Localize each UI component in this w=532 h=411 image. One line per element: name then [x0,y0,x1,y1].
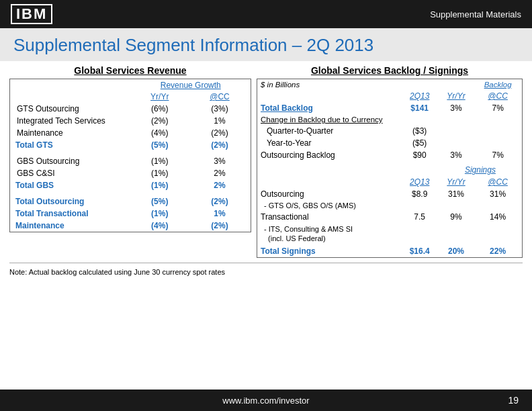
table-row-its-consulting: - ITS, Consulting & AMS SI (incl. US Fed… [257,223,523,245]
left-panel: Global Services Revenue Revenue Growth Y… [9,65,251,258]
footer-url: www.ibm.com/investor [222,396,309,406]
signings-col-header: 2Q13 Yr/Yr @CC [257,176,523,188]
left-data-table: Revenue Growth Yr/Yr @CC GTS Outsourcing… [9,79,251,232]
right-col-header-1: $ in Billions Backlog [257,79,523,91]
table-row-total-outsourcing: Total Outsourcing (5%) (2%) [10,195,251,208]
table-row-qtq: Quarter-to-Quarter ($3) [257,125,523,137]
content-area: Global Services Revenue Revenue Growth Y… [0,61,532,261]
table-row-gts-gbs: - GTS O/S, GBS O/S (AMS) [257,200,523,211]
backlog-header: Backlog [474,79,522,91]
col-header-row: Yr/Yr @CC [10,91,251,103]
title-area: Supplemental Segment Information – 2Q 20… [0,28,532,61]
header-supplemental-label: Supplemental Materials [430,9,521,19]
table-row-total-backlog: Total Backlog $141 3% 7% [257,102,523,114]
signings-header-row: Signings [257,164,523,176]
ibm-logo: IBM [11,4,52,24]
table-row-outsourcing-backlog: Outsourcing Backlog $90 3% 7% [257,149,523,161]
table-row: Maintenance (4%) (2%) [10,127,251,139]
table-row-total-gts: Total GTS (5%) (2%) [10,139,251,151]
page-title: Supplemental Segment Information – 2Q 20… [13,35,519,56]
right-data-table: $ in Billions Backlog 2Q13 Yr/Yr @CC Tot… [257,79,523,258]
footer-bar: www.ibm.com/investor 19 [0,390,532,411]
table-row: Integrated Tech Services (2%) 1% [10,115,251,127]
table-row-total-transactional: Total Transactional (1%) 1% [10,208,251,220]
table-row-outsourcing-signings: Outsourcing $8.9 31% 31% [257,188,523,200]
right-panel: Global Services Backlog / Signings $ in … [257,65,523,258]
note-text: Note: Actual backlog calculated using Ju… [9,268,225,276]
table-row: GBS Outsourcing (1%) 3% [10,155,251,167]
table-row-change-backlog: Change in Backlog due to Currency [257,114,523,125]
table-row-yty: Year-to-Year ($5) [257,137,523,149]
table-row-maintenance: Maintenance (4%) (2%) [10,220,251,232]
revenue-growth-label: Revenue Growth [131,79,251,91]
left-panel-title: Global Services Revenue [9,65,251,76]
right-panel-title: Global Services Backlog / Signings [257,65,523,76]
footer-page-number: 19 [508,395,519,406]
col-cc-header: @CC [189,91,251,103]
table-row-transactional: Transactional 7.5 9% 14% [257,211,523,223]
header-bar: IBM Supplemental Materials [0,0,532,28]
table-row: GTS Outsourcing (6%) (3%) [10,103,251,115]
table-row-total-signings: Total Signings $16.4 20% 22% [257,245,523,258]
revenue-growth-header: Revenue Growth [10,79,251,91]
table-row: GBS C&SI (1%) 2% [10,167,251,179]
table-row-total-gbs: Total GBS (1%) 2% [10,179,251,191]
right-col-header-2: 2Q13 Yr/Yr @CC [257,90,523,102]
note-area: Note: Actual backlog calculated using Ju… [9,263,523,279]
col-yyr-header: Yr/Yr [131,91,189,103]
